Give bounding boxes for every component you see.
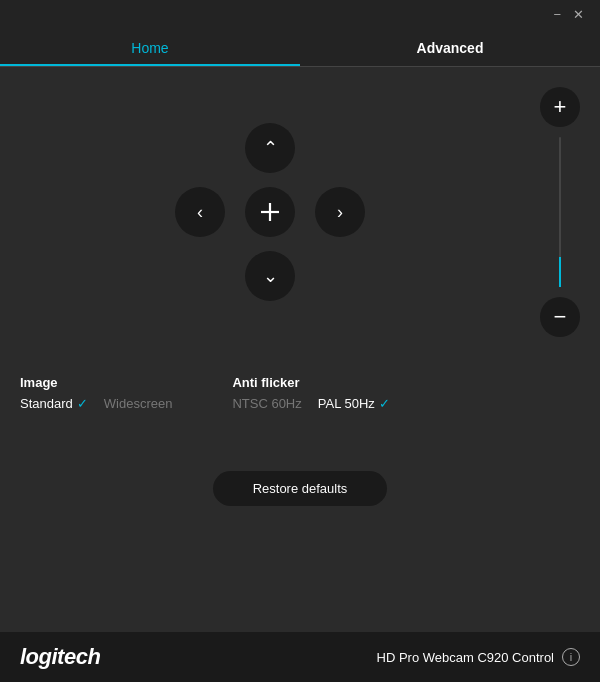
image-setting-group: Image Standard ✓ Widescreen: [20, 375, 172, 411]
dpad-top-row: ⌃: [175, 109, 365, 187]
controls-area: ⌃ ‹ › ⌄ + −: [0, 67, 600, 357]
restore-area: Restore defaults: [0, 451, 600, 516]
image-widescreen-text: Widescreen: [104, 396, 173, 411]
close-button[interactable]: ✕: [567, 8, 590, 21]
tab-bar: Home Advanced: [0, 28, 600, 67]
restore-defaults-button[interactable]: Restore defaults: [213, 471, 388, 506]
image-options: Standard ✓ Widescreen: [20, 396, 172, 411]
logitech-logo: logitech: [20, 644, 100, 670]
pan-up-button[interactable]: ⌃: [245, 123, 295, 173]
tab-advanced[interactable]: Advanced: [300, 28, 600, 66]
dpad: ⌃ ‹ › ⌄: [0, 67, 540, 357]
antiflicker-option-pal[interactable]: PAL 50Hz ✓: [318, 396, 390, 411]
settings-section: Image Standard ✓ Widescreen Anti flicker…: [0, 357, 600, 421]
image-standard-check: ✓: [77, 396, 88, 411]
pan-down-button[interactable]: ⌄: [245, 251, 295, 301]
minimize-button[interactable]: −: [547, 8, 567, 21]
antiflicker-options: NTSC 60Hz PAL 50Hz ✓: [232, 396, 580, 411]
title-bar: − ✕: [0, 0, 600, 28]
image-label: Image: [20, 375, 172, 390]
pan-right-button[interactable]: ›: [315, 187, 365, 237]
dpad-bottom-row: ⌄: [175, 237, 365, 315]
image-standard-text: Standard: [20, 396, 73, 411]
zoom-track[interactable]: [559, 137, 561, 287]
antiflicker-setting-group: Anti flicker NTSC 60Hz PAL 50Hz ✓: [232, 375, 580, 411]
image-option-widescreen[interactable]: Widescreen: [104, 396, 173, 411]
footer: logitech HD Pro Webcam C920 Control i: [0, 632, 600, 682]
antiflicker-pal-text: PAL 50Hz: [318, 396, 375, 411]
zoom-out-button[interactable]: −: [540, 297, 580, 337]
device-info: HD Pro Webcam C920 Control i: [377, 648, 581, 666]
pan-left-button[interactable]: ‹: [175, 187, 225, 237]
device-name: HD Pro Webcam C920 Control: [377, 650, 555, 665]
pan-reset-button[interactable]: [245, 187, 295, 237]
dpad-mid-row: ‹ ›: [175, 187, 365, 237]
image-option-standard[interactable]: Standard ✓: [20, 396, 88, 411]
zoom-in-button[interactable]: +: [540, 87, 580, 127]
antiflicker-ntsc-text: NTSC 60Hz: [232, 396, 301, 411]
antiflicker-pal-check: ✓: [379, 396, 390, 411]
antiflicker-option-ntsc[interactable]: NTSC 60Hz: [232, 396, 301, 411]
antiflicker-label: Anti flicker: [232, 375, 580, 390]
info-icon[interactable]: i: [562, 648, 580, 666]
zoom-handle: [559, 257, 561, 287]
tab-home[interactable]: Home: [0, 28, 300, 66]
zoom-slider-container: + −: [540, 67, 600, 357]
